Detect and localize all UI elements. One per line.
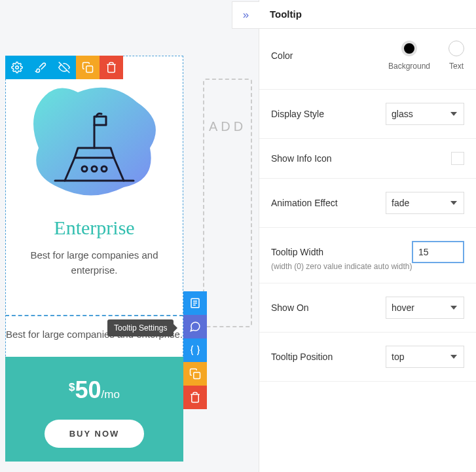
price: $50/mo (5, 376, 183, 404)
card-description: Best for large companies and enterprise. (19, 248, 170, 278)
color-background-option[interactable]: Background (388, 41, 430, 71)
display-style-label: Display Style (271, 109, 324, 119)
row-animation-effect: Animation Effect fade (259, 179, 476, 228)
tooltip-settings-label: Tooltip Settings (107, 319, 174, 336)
color-bg-caption: Background (388, 62, 430, 71)
row-display-style: Display Style glass (259, 90, 476, 139)
price-block: $50/mo BUY NOW (5, 357, 183, 462)
content-button[interactable] (183, 291, 207, 315)
price-period: /mo (101, 388, 120, 401)
color-text-caption: Text (449, 62, 464, 71)
svg-point-6 (16, 66, 19, 69)
position-label: Tooltip Position (271, 352, 333, 362)
tooltip-settings-button[interactable] (183, 315, 207, 338)
animation-label: Animation Effect (271, 198, 338, 208)
code-button[interactable] (183, 338, 207, 362)
brush-button[interactable] (29, 56, 52, 79)
settings-panel: » Tooltip Color Background Text Display … (259, 0, 476, 472)
show-info-checkbox[interactable] (451, 152, 464, 165)
duplicate-element-button[interactable] (183, 362, 207, 386)
svg-rect-13 (194, 372, 200, 379)
visibility-button[interactable] (52, 56, 76, 79)
swatch-white (449, 41, 464, 56)
show-on-label: Show On (271, 302, 309, 313)
panel-header: » Tooltip (259, 0, 476, 29)
position-select[interactable]: top (386, 346, 464, 368)
panel-title: Tooltip (270, 9, 302, 20)
buy-now-button[interactable]: BUY NOW (45, 420, 145, 448)
row-show-info-icon: Show Info Icon (259, 139, 476, 179)
card-toolbar-top (5, 56, 123, 79)
row-color: Color Background Text (259, 29, 476, 90)
settings-button[interactable] (5, 56, 29, 79)
width-input[interactable] (412, 241, 464, 263)
animation-select[interactable]: fade (386, 192, 464, 214)
currency-symbol: $ (69, 381, 75, 393)
display-style-select[interactable]: glass (386, 103, 464, 125)
swatch-black (401, 41, 417, 56)
element-toolbar-side (183, 291, 207, 409)
width-hint: (width (0) zero value indicate auto widt… (259, 262, 476, 283)
delete-button[interactable] (100, 56, 123, 79)
duplicate-button[interactable] (76, 56, 100, 79)
show-info-label: Show Info Icon (271, 153, 332, 164)
delete-element-button[interactable] (183, 386, 207, 409)
color-text-option[interactable]: Text (449, 41, 464, 71)
panel-collapse-button[interactable]: » (232, 1, 259, 29)
width-label: Tooltip Width (271, 247, 323, 257)
add-module-placeholder[interactable]: ADD (203, 79, 252, 327)
color-label: Color (271, 50, 293, 61)
svg-rect-8 (86, 66, 93, 73)
price-amount: 50 (75, 376, 101, 403)
add-module-label: ADD (209, 119, 246, 134)
card-illustration (19, 76, 170, 207)
section-divider (5, 315, 183, 316)
row-tooltip-position: Tooltip Position top (259, 333, 476, 382)
row-show-on: Show On hover (259, 283, 476, 333)
card-title: Enterprise (19, 217, 170, 239)
show-on-select[interactable]: hover (386, 297, 464, 319)
